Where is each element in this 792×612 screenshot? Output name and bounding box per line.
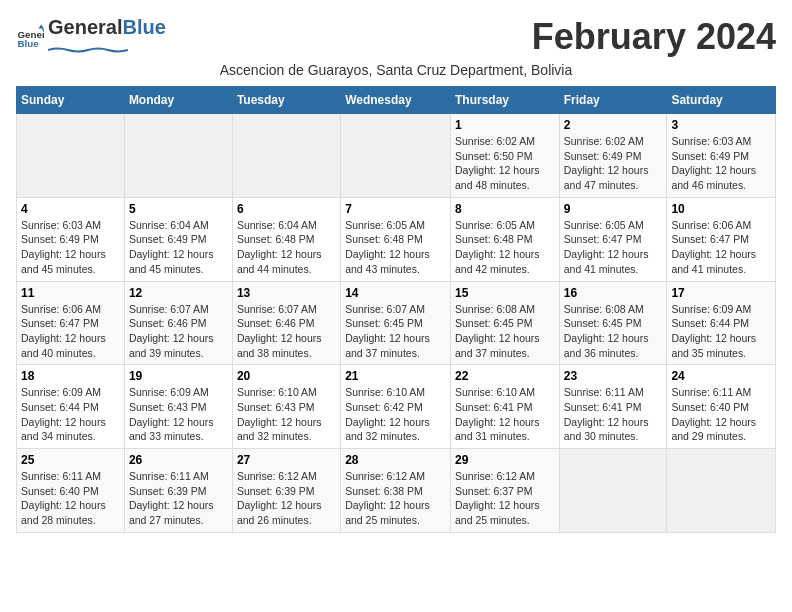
- day-info: Sunrise: 6:07 AMSunset: 6:46 PMDaylight:…: [237, 302, 336, 361]
- calendar-cell: 25Sunrise: 6:11 AMSunset: 6:40 PMDayligh…: [17, 449, 125, 533]
- subtitle: Ascencion de Guarayos, Santa Cruz Depart…: [16, 62, 776, 78]
- day-number: 9: [564, 202, 663, 216]
- day-info: Sunrise: 6:04 AMSunset: 6:49 PMDaylight:…: [129, 218, 228, 277]
- calendar-cell: [341, 114, 451, 198]
- calendar-cell: 14Sunrise: 6:07 AMSunset: 6:45 PMDayligh…: [341, 281, 451, 365]
- calendar-cell: [559, 449, 667, 533]
- calendar-cell: 18Sunrise: 6:09 AMSunset: 6:44 PMDayligh…: [17, 365, 125, 449]
- day-of-week-header: Monday: [124, 87, 232, 114]
- day-of-week-header: Wednesday: [341, 87, 451, 114]
- day-info: Sunrise: 6:12 AMSunset: 6:37 PMDaylight:…: [455, 469, 555, 528]
- day-info: Sunrise: 6:12 AMSunset: 6:39 PMDaylight:…: [237, 469, 336, 528]
- day-info: Sunrise: 6:09 AMSunset: 6:43 PMDaylight:…: [129, 385, 228, 444]
- day-info: Sunrise: 6:07 AMSunset: 6:46 PMDaylight:…: [129, 302, 228, 361]
- calendar-table: SundayMondayTuesdayWednesdayThursdayFrid…: [16, 86, 776, 533]
- calendar-cell: 22Sunrise: 6:10 AMSunset: 6:41 PMDayligh…: [450, 365, 559, 449]
- calendar-cell: 7Sunrise: 6:05 AMSunset: 6:48 PMDaylight…: [341, 197, 451, 281]
- day-number: 7: [345, 202, 446, 216]
- calendar-cell: 5Sunrise: 6:04 AMSunset: 6:49 PMDaylight…: [124, 197, 232, 281]
- day-number: 12: [129, 286, 228, 300]
- calendar-cell: 12Sunrise: 6:07 AMSunset: 6:46 PMDayligh…: [124, 281, 232, 365]
- calendar-cell: 8Sunrise: 6:05 AMSunset: 6:48 PMDaylight…: [450, 197, 559, 281]
- day-info: Sunrise: 6:04 AMSunset: 6:48 PMDaylight:…: [237, 218, 336, 277]
- calendar-cell: 23Sunrise: 6:11 AMSunset: 6:41 PMDayligh…: [559, 365, 667, 449]
- day-number: 25: [21, 453, 120, 467]
- day-number: 14: [345, 286, 446, 300]
- calendar-cell: 1Sunrise: 6:02 AMSunset: 6:50 PMDaylight…: [450, 114, 559, 198]
- calendar-cell: 20Sunrise: 6:10 AMSunset: 6:43 PMDayligh…: [232, 365, 340, 449]
- logo-wave: [48, 47, 128, 53]
- day-info: Sunrise: 6:02 AMSunset: 6:49 PMDaylight:…: [564, 134, 663, 193]
- calendar-cell: 6Sunrise: 6:04 AMSunset: 6:48 PMDaylight…: [232, 197, 340, 281]
- day-of-week-header: Thursday: [450, 87, 559, 114]
- day-info: Sunrise: 6:12 AMSunset: 6:38 PMDaylight:…: [345, 469, 446, 528]
- day-number: 21: [345, 369, 446, 383]
- day-number: 28: [345, 453, 446, 467]
- calendar-cell: [232, 114, 340, 198]
- day-number: 3: [671, 118, 771, 132]
- calendar-cell: 15Sunrise: 6:08 AMSunset: 6:45 PMDayligh…: [450, 281, 559, 365]
- day-number: 11: [21, 286, 120, 300]
- day-info: Sunrise: 6:06 AMSunset: 6:47 PMDaylight:…: [671, 218, 771, 277]
- day-info: Sunrise: 6:10 AMSunset: 6:42 PMDaylight:…: [345, 385, 446, 444]
- day-number: 5: [129, 202, 228, 216]
- day-number: 16: [564, 286, 663, 300]
- calendar-cell: [17, 114, 125, 198]
- day-info: Sunrise: 6:05 AMSunset: 6:47 PMDaylight:…: [564, 218, 663, 277]
- calendar-cell: 24Sunrise: 6:11 AMSunset: 6:40 PMDayligh…: [667, 365, 776, 449]
- calendar-cell: 16Sunrise: 6:08 AMSunset: 6:45 PMDayligh…: [559, 281, 667, 365]
- day-info: Sunrise: 6:03 AMSunset: 6:49 PMDaylight:…: [21, 218, 120, 277]
- logo-icon: General Blue: [16, 23, 44, 51]
- day-info: Sunrise: 6:08 AMSunset: 6:45 PMDaylight:…: [564, 302, 663, 361]
- day-info: Sunrise: 6:08 AMSunset: 6:45 PMDaylight:…: [455, 302, 555, 361]
- day-number: 27: [237, 453, 336, 467]
- day-of-week-header: Sunday: [17, 87, 125, 114]
- day-info: Sunrise: 6:09 AMSunset: 6:44 PMDaylight:…: [671, 302, 771, 361]
- day-number: 18: [21, 369, 120, 383]
- day-number: 15: [455, 286, 555, 300]
- calendar-cell: 17Sunrise: 6:09 AMSunset: 6:44 PMDayligh…: [667, 281, 776, 365]
- month-title: February 2024: [532, 16, 776, 58]
- logo: General Blue General Blue: [16, 16, 166, 57]
- day-info: Sunrise: 6:11 AMSunset: 6:39 PMDaylight:…: [129, 469, 228, 528]
- day-of-week-header: Tuesday: [232, 87, 340, 114]
- calendar-cell: 4Sunrise: 6:03 AMSunset: 6:49 PMDaylight…: [17, 197, 125, 281]
- calendar-cell: 28Sunrise: 6:12 AMSunset: 6:38 PMDayligh…: [341, 449, 451, 533]
- calendar-cell: 11Sunrise: 6:06 AMSunset: 6:47 PMDayligh…: [17, 281, 125, 365]
- day-info: Sunrise: 6:02 AMSunset: 6:50 PMDaylight:…: [455, 134, 555, 193]
- day-number: 10: [671, 202, 771, 216]
- day-number: 17: [671, 286, 771, 300]
- day-number: 6: [237, 202, 336, 216]
- day-number: 20: [237, 369, 336, 383]
- day-number: 19: [129, 369, 228, 383]
- calendar-cell: [124, 114, 232, 198]
- day-info: Sunrise: 6:06 AMSunset: 6:47 PMDaylight:…: [21, 302, 120, 361]
- day-info: Sunrise: 6:11 AMSunset: 6:40 PMDaylight:…: [671, 385, 771, 444]
- calendar-cell: 3Sunrise: 6:03 AMSunset: 6:49 PMDaylight…: [667, 114, 776, 198]
- calendar-cell: 13Sunrise: 6:07 AMSunset: 6:46 PMDayligh…: [232, 281, 340, 365]
- calendar-cell: 27Sunrise: 6:12 AMSunset: 6:39 PMDayligh…: [232, 449, 340, 533]
- calendar-cell: 21Sunrise: 6:10 AMSunset: 6:42 PMDayligh…: [341, 365, 451, 449]
- logo-blue: Blue: [122, 16, 165, 39]
- day-info: Sunrise: 6:11 AMSunset: 6:41 PMDaylight:…: [564, 385, 663, 444]
- day-number: 26: [129, 453, 228, 467]
- day-number: 4: [21, 202, 120, 216]
- day-info: Sunrise: 6:07 AMSunset: 6:45 PMDaylight:…: [345, 302, 446, 361]
- day-of-week-header: Saturday: [667, 87, 776, 114]
- day-info: Sunrise: 6:09 AMSunset: 6:44 PMDaylight:…: [21, 385, 120, 444]
- day-number: 29: [455, 453, 555, 467]
- day-info: Sunrise: 6:11 AMSunset: 6:40 PMDaylight:…: [21, 469, 120, 528]
- calendar-cell: 10Sunrise: 6:06 AMSunset: 6:47 PMDayligh…: [667, 197, 776, 281]
- day-number: 22: [455, 369, 555, 383]
- day-number: 23: [564, 369, 663, 383]
- calendar-cell: [667, 449, 776, 533]
- day-info: Sunrise: 6:10 AMSunset: 6:43 PMDaylight:…: [237, 385, 336, 444]
- day-number: 8: [455, 202, 555, 216]
- logo-general: General: [48, 16, 122, 39]
- calendar-cell: 19Sunrise: 6:09 AMSunset: 6:43 PMDayligh…: [124, 365, 232, 449]
- day-info: Sunrise: 6:10 AMSunset: 6:41 PMDaylight:…: [455, 385, 555, 444]
- day-of-week-header: Friday: [559, 87, 667, 114]
- day-info: Sunrise: 6:03 AMSunset: 6:49 PMDaylight:…: [671, 134, 771, 193]
- day-number: 13: [237, 286, 336, 300]
- calendar-cell: 26Sunrise: 6:11 AMSunset: 6:39 PMDayligh…: [124, 449, 232, 533]
